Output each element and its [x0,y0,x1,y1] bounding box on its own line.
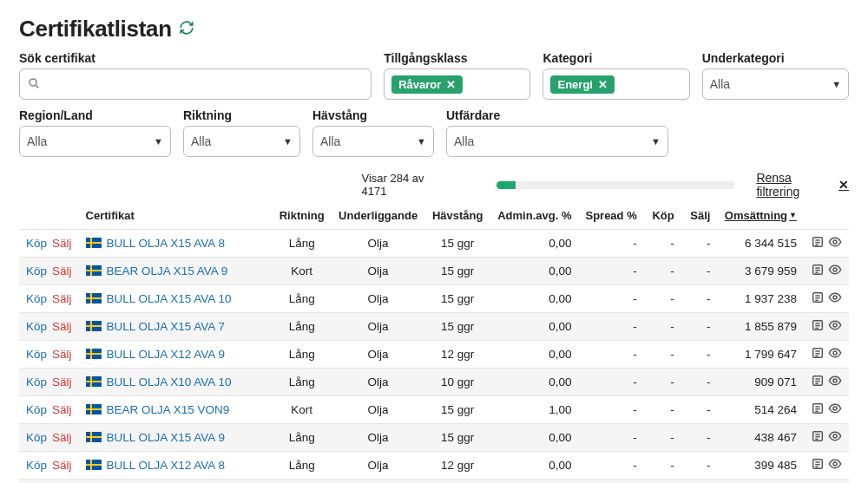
flag-se-icon [86,321,102,331]
col-underlying[interactable]: Underliggande [332,204,424,230]
svg-point-31 [833,379,837,382]
search-input[interactable] [46,77,364,91]
flag-se-icon [86,238,102,248]
details-icon[interactable] [811,263,825,279]
sell-link[interactable]: Sälj [52,431,72,444]
details-icon[interactable] [811,346,825,362]
search-label: Sök certifikat [19,51,372,65]
watch-icon[interactable] [828,318,842,335]
buy-link[interactable]: Köp [26,320,47,333]
issuer-label: Utfärdare [446,108,668,122]
refresh-icon[interactable] [179,20,194,38]
sell-link[interactable]: Sälj [52,403,72,416]
buy-link[interactable]: Köp [26,237,47,250]
svg-point-46 [833,462,837,466]
sell-link[interactable]: Sälj [52,320,72,333]
assetclass-label: Tillgångsklass [384,51,530,65]
col-buy[interactable]: Köp [644,204,681,230]
table-row: KöpSäljBEAR OLJA X15 AVA 9KortOlja15 ggr… [19,258,849,285]
cell-buy: - [644,285,681,313]
buy-link[interactable]: Köp [26,403,47,416]
region-label: Region/Land [19,108,171,122]
cell-underlying: Olja [332,396,424,424]
sell-link[interactable]: Sälj [52,459,72,472]
leverage-select[interactable]: Alla ▼ [312,126,434,157]
details-icon[interactable] [811,235,825,251]
watch-icon[interactable] [828,235,842,251]
sell-link[interactable]: Sälj [52,292,72,305]
certificate-link[interactable]: BULL OLJA X15 AVA 7 [107,320,225,333]
sell-link[interactable]: Sälj [52,264,72,277]
watch-icon[interactable] [828,290,842,307]
category-chip[interactable]: Energi✕ [550,75,614,94]
details-icon[interactable] [811,290,825,307]
buy-link[interactable]: Köp [26,375,47,388]
certificate-link[interactable]: BEAR OLJA X15 AVA 9 [107,264,228,277]
sell-link[interactable]: Sälj [52,375,72,388]
watch-icon[interactable] [828,429,842,446]
certificate-link[interactable]: BULL OLJA X12 AVA 9 [107,348,225,361]
buy-link[interactable]: Köp [26,264,47,277]
cell-leverage: 15 ggr [424,285,490,313]
certificate-link[interactable]: BULL OLJA X15 AVA 9 [107,431,225,444]
cell-buy: - [644,313,681,341]
col-leverage[interactable]: Hävstång [424,204,490,230]
cell-buy: - [644,230,681,258]
sell-link[interactable]: Sälj [52,237,72,250]
col-admin[interactable]: Admin.avg. % [490,204,578,230]
svg-point-41 [833,434,837,438]
details-icon[interactable] [811,318,825,335]
certificate-link[interactable]: BEAR OLJA X15 VON9 [107,403,230,416]
buy-link[interactable]: Köp [26,459,47,472]
details-icon[interactable] [811,374,825,390]
details-icon[interactable] [811,429,825,446]
col-certificate[interactable]: Certifikat [79,204,273,230]
direction-label: Riktning [183,108,300,122]
assetclass-chip[interactable]: Råvaror✕ [391,75,463,94]
cell-turnover: 1 855 879 [717,313,804,341]
chevron-down-icon: ▼ [283,136,293,147]
certificate-link[interactable]: BULL OLJA X15 AVA 8 [107,237,225,250]
assetclass-select[interactable]: Råvaror✕ [384,69,530,100]
subcategory-select[interactable]: Alla ▼ [702,69,849,100]
col-turnover[interactable]: Omsättning▼ [717,204,804,230]
watch-icon[interactable] [828,374,842,390]
flag-se-icon [86,349,102,359]
cell-admin: 0,00 [490,313,578,341]
sell-link[interactable]: Sälj [52,348,72,361]
certificate-link[interactable]: BULL OLJA X10 AVA 10 [107,375,232,388]
watch-icon[interactable] [828,263,842,279]
cell-buy: - [644,452,681,480]
details-icon[interactable] [811,457,825,473]
chevron-down-icon: ▼ [651,136,661,147]
table-row: KöpSäljBULL OLJA X12 AVA 9LångOlja12 ggr… [19,341,849,369]
watch-icon[interactable] [828,401,842,418]
category-select[interactable]: Energi✕ [542,69,689,100]
search-input-wrap[interactable] [19,69,372,100]
region-select[interactable]: Alla ▼ [19,126,171,157]
watch-icon[interactable] [828,346,842,362]
close-icon[interactable]: ✕ [446,78,456,91]
subcategory-label: Underkategori [702,51,849,65]
details-icon[interactable] [811,401,825,418]
cell-leverage: 12 ggr [424,452,490,480]
col-direction[interactable]: Riktning [272,204,332,230]
direction-select[interactable]: Alla ▼ [183,126,300,157]
close-icon[interactable]: ✕ [838,178,849,192]
cell-admin: 0,00 [490,285,578,313]
buy-link[interactable]: Köp [26,348,47,361]
issuer-select[interactable]: Alla ▼ [446,126,668,157]
buy-link[interactable]: Köp [26,292,47,305]
cell-sell: - [681,480,718,484]
clear-filter-link[interactable]: Rensa filtrering✕ [756,171,849,199]
col-sell[interactable]: Sälj [681,204,718,230]
cell-turnover: 251 325 [717,480,804,484]
cell-underlying: Olja [332,230,424,258]
certificate-link[interactable]: BULL OLJA X15 AVA 10 [107,292,232,305]
cell-turnover: 1 937 238 [717,285,804,313]
col-spread[interactable]: Spread % [578,204,643,230]
buy-link[interactable]: Köp [26,431,47,444]
close-icon[interactable]: ✕ [598,78,608,91]
watch-icon[interactable] [828,457,842,473]
certificate-link[interactable]: BULL OLJA X12 AVA 8 [107,459,225,472]
